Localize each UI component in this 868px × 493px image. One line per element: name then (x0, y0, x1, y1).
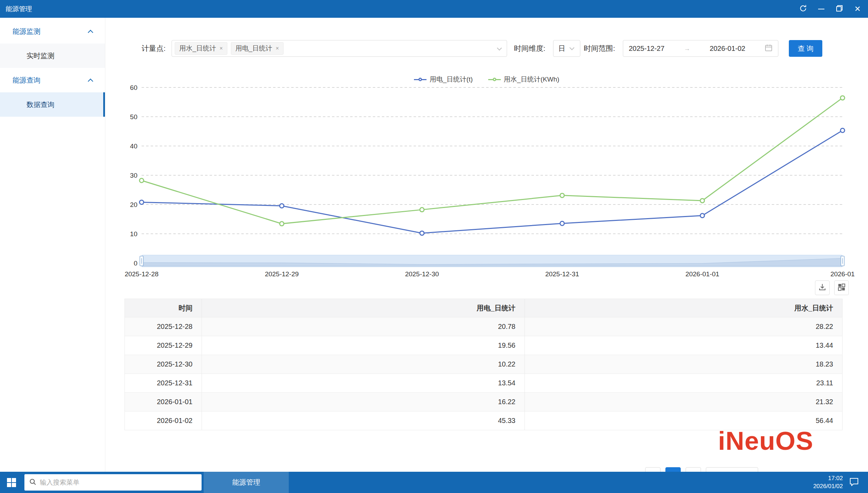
table-cell: 18.23 (525, 355, 843, 373)
datazoom-selected-range[interactable] (142, 255, 843, 267)
table-row[interactable]: 2025-12-2820.7828.22 (124, 317, 843, 336)
download-button[interactable] (815, 280, 830, 295)
table-cell: 23.11 (525, 374, 843, 392)
close-button[interactable]: ✕ (851, 3, 864, 15)
minimize-button[interactable] (815, 3, 828, 15)
data-table-body: 2025-12-2820.7828.222025-12-2919.5613.44… (124, 317, 843, 430)
sidebar-item-realtime-monitor[interactable]: 实时监测 (0, 44, 105, 68)
data-point[interactable] (139, 178, 144, 183)
data-table: 时间 用电_日统计 用水_日统计 2025-12-2820.7828.22202… (124, 299, 843, 430)
sidebar-group-label: 能源查询 (13, 76, 40, 85)
data-point[interactable] (840, 96, 845, 100)
maximize-button[interactable] (833, 3, 846, 15)
table-header-water: 用水_日统计 (525, 299, 843, 317)
data-point[interactable] (700, 214, 704, 218)
y-axis-tick-label: 20 (130, 201, 137, 208)
y-axis-tick-label: 50 (130, 113, 137, 121)
taskbar-task-energy[interactable]: 能源管理 (204, 472, 289, 493)
table-cell: 10.22 (202, 355, 525, 373)
clock-time: 17:02 (813, 475, 843, 483)
table-cell: 16.22 (202, 393, 525, 411)
window-title: 能源管理 (6, 5, 32, 14)
taskbar-search[interactable] (24, 474, 202, 491)
table-cell: 2025-12-29 (124, 336, 202, 355)
pagination-next-button[interactable]: › (686, 467, 701, 472)
start-button[interactable] (0, 472, 23, 493)
table-row[interactable]: 2026-01-0116.2221.32 (124, 393, 843, 411)
x-axis-tick-label: 2026-01 (830, 270, 855, 278)
table-cell: 21.32 (525, 393, 843, 411)
search-input[interactable] (40, 479, 197, 486)
data-point[interactable] (840, 128, 845, 132)
clock-date: 2026/01/02 (813, 483, 843, 491)
x-axis-tick-label: 2025-12-29 (265, 270, 299, 278)
titlebar: 能源管理 ✕ (0, 0, 868, 18)
sidebar-group-energy-monitor[interactable]: 能源监测 (0, 19, 105, 44)
table-header-time: 时间 (124, 299, 202, 317)
x-axis-tick-label: 2025-12-31 (545, 270, 579, 278)
y-axis-tick-label: 40 (130, 142, 137, 150)
restore-icon (836, 5, 843, 14)
chevron-up-icon (88, 30, 93, 35)
pagination-size-select[interactable] (706, 467, 758, 472)
search-icon (29, 478, 36, 487)
pagination-page-1[interactable]: 1 (665, 467, 681, 472)
table-cell: 13.44 (525, 336, 843, 355)
sidebar-item-data-query[interactable]: 数据查询 (0, 92, 105, 117)
sidebar-group-energy-query[interactable]: 能源查询 (0, 68, 105, 92)
chevron-up-icon (88, 78, 93, 84)
x-axis-tick-label: 2025-12-30 (405, 270, 439, 278)
sidebar-item-label: 实时监测 (27, 51, 54, 61)
table-cell: 2025-12-31 (124, 374, 202, 392)
refresh-icon (799, 4, 807, 14)
refresh-button[interactable] (797, 3, 809, 15)
y-axis-tick-label: 60 (130, 84, 137, 91)
ineuos-watermark: iNeuOS (718, 426, 813, 456)
download-icon (818, 283, 826, 292)
table-cell: 2025-12-28 (124, 317, 202, 336)
minimize-icon (818, 9, 824, 9)
chat-icon (849, 477, 859, 488)
sidebar-item-label: 数据查询 (27, 100, 54, 109)
windows-logo-icon (7, 478, 16, 487)
table-cell: 19.56 (202, 336, 525, 355)
data-point[interactable] (139, 200, 144, 204)
data-point[interactable] (420, 208, 424, 212)
table-cell: 28.22 (525, 317, 843, 336)
data-point[interactable] (700, 199, 704, 203)
taskbar: 能源管理 17:02 2026/01/02 (0, 472, 868, 493)
table-cell: 2026-01-01 (124, 393, 202, 411)
table-cell: 2026-01-02 (124, 411, 202, 430)
y-axis-tick-label: 30 (130, 172, 137, 179)
data-point[interactable] (280, 222, 284, 226)
data-point[interactable] (420, 231, 424, 235)
taskbar-clock[interactable]: 17:02 2026/01/02 (813, 475, 843, 491)
table-cell: 45.33 (202, 411, 525, 430)
close-icon: ✕ (854, 5, 861, 13)
grid-view-button[interactable] (834, 280, 849, 295)
table-row[interactable]: 2025-12-2919.5613.44 (124, 336, 843, 355)
table-cell: 20.78 (202, 317, 525, 336)
sidebar: 能源监测 实时监测 能源查询 数据查询 (0, 18, 105, 472)
sidebar-group-label: 能源监测 (13, 27, 40, 36)
data-point[interactable] (560, 221, 564, 225)
y-axis-tick-label: 10 (130, 230, 137, 238)
table-row[interactable]: 2025-12-3010.2218.23 (124, 355, 843, 374)
table-cell: 13.54 (202, 374, 525, 392)
data-point[interactable] (280, 204, 284, 208)
x-axis-tick-label: 2025-12-28 (124, 270, 158, 278)
notification-button[interactable] (849, 477, 859, 488)
table-cell: 2025-12-30 (124, 355, 202, 373)
pagination-prev-button[interactable]: ‹ (645, 467, 661, 472)
grid-view-icon (838, 283, 845, 292)
y-axis-tick-label: 0 (134, 260, 137, 267)
window-controls: ✕ (797, 3, 864, 15)
table-header-electric: 用电_日统计 (202, 299, 525, 317)
main-content: 计量点: 用水_日统计×用电_日统计× 时间维度: 日 时间范围: 2025-1… (105, 18, 868, 472)
data-point[interactable] (560, 193, 564, 198)
x-axis-tick-label: 2026-01-01 (685, 270, 719, 278)
table-header-row: 时间 用电_日统计 用水_日统计 (124, 299, 843, 317)
table-row[interactable]: 2025-12-3113.5423.11 (124, 374, 843, 393)
pagination: ‹ 1 › (645, 467, 758, 472)
